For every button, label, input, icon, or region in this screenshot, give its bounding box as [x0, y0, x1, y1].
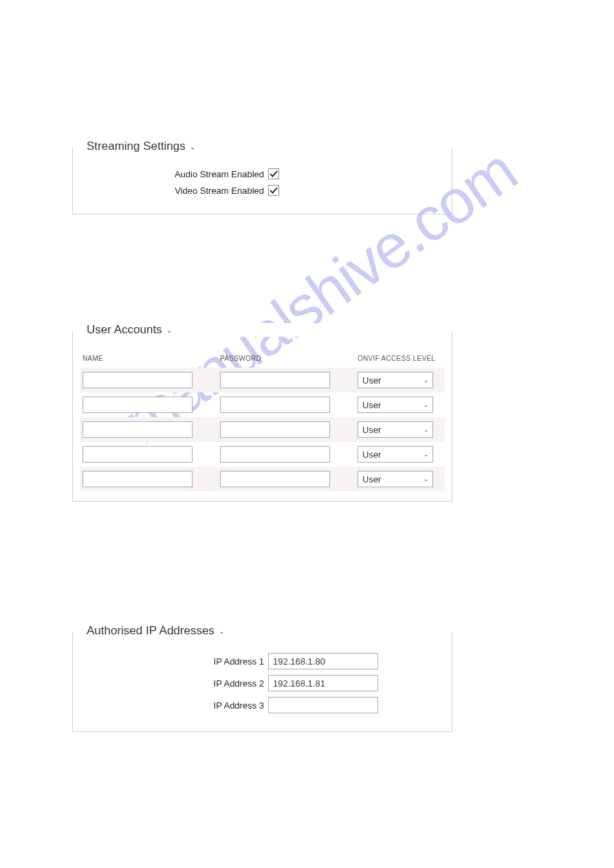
header-onvif-level: ONVIF ACCESS LEVEL	[358, 355, 445, 362]
password-input[interactable]	[220, 421, 330, 438]
onvif-level-select[interactable]: User	[358, 471, 433, 487]
chevron-down-icon: ⌄	[190, 143, 195, 151]
user-accounts-title: User Accounts ⌄	[73, 323, 176, 337]
onvif-level-select-wrap: User ⌄	[358, 372, 433, 388]
video-stream-label: Video Stream Enabled	[84, 186, 268, 196]
ip-address-row: IP Address 2	[84, 675, 441, 691]
onvif-level-select[interactable]: User	[358, 397, 433, 413]
name-input[interactable]	[83, 372, 193, 388]
user-row: User ⌄	[80, 417, 445, 442]
user-row: User ⌄	[80, 442, 445, 467]
audio-stream-row: Audio Stream Enabled	[84, 168, 441, 179]
audio-stream-label: Audio Stream Enabled	[84, 169, 268, 179]
users-title-label: User Accounts	[87, 323, 162, 337]
user-row: User ⌄	[80, 467, 445, 491]
header-name: NAME	[83, 355, 220, 362]
ip-address-row: IP Address 3	[84, 697, 441, 713]
streaming-title-label: Streaming Settings	[87, 140, 186, 153]
password-input[interactable]	[220, 471, 330, 487]
ip-address-label: IP Address 3	[84, 700, 268, 711]
password-input[interactable]	[220, 397, 330, 413]
user-accounts-header[interactable]: User Accounts ⌄	[73, 323, 452, 337]
user-row: User ⌄	[80, 392, 445, 417]
authorised-ip-title: Authorised IP Addresses ⌄	[73, 624, 228, 638]
ip-address-input[interactable]	[268, 653, 378, 669]
users-table-header: NAME PASSWORD ONVIF ACCESS LEVEL	[80, 352, 445, 368]
onvif-level-select-wrap: User ⌄	[358, 471, 433, 487]
header-password: PASSWORD	[220, 355, 358, 362]
onvif-level-select[interactable]: User	[358, 446, 433, 463]
user-accounts-body: NAME PASSWORD ONVIF ACCESS LEVEL User ⌄ …	[73, 345, 452, 501]
name-input[interactable]	[83, 446, 193, 463]
chevron-down-icon: ⌄	[166, 326, 172, 334]
onvif-level-select-wrap: User ⌄	[358, 397, 433, 413]
onvif-level-select-wrap: User ⌄	[358, 421, 433, 438]
name-input[interactable]	[83, 421, 193, 438]
video-stream-checkbox[interactable]	[268, 185, 279, 196]
streaming-settings-header[interactable]: Streaming Settings ⌄	[73, 140, 452, 153]
user-accounts-panel: User Accounts ⌄ NAME PASSWORD ONVIF ACCE…	[72, 331, 452, 502]
checkmark-icon	[270, 186, 278, 194]
authorised-ip-header[interactable]: Authorised IP Addresses ⌄	[73, 624, 452, 638]
audio-stream-checkbox[interactable]	[268, 168, 279, 179]
checkmark-icon	[270, 170, 278, 178]
ip-title-label: Authorised IP Addresses	[87, 624, 215, 638]
ip-address-input[interactable]	[268, 697, 378, 713]
streaming-settings-title: Streaming Settings ⌄	[73, 140, 199, 153]
onvif-level-select[interactable]: User	[358, 421, 433, 438]
password-input[interactable]	[220, 446, 330, 463]
streaming-settings-body: Audio Stream Enabled Video Stream Enable…	[73, 162, 452, 214]
video-stream-row: Video Stream Enabled	[84, 185, 441, 196]
authorised-ip-panel: Authorised IP Addresses ⌄ IP Address 1 I…	[72, 632, 452, 732]
password-input[interactable]	[220, 372, 330, 388]
chevron-down-icon: ⌄	[219, 627, 224, 635]
onvif-level-select-wrap: User ⌄	[358, 446, 433, 463]
ip-address-label: IP Address 1	[84, 656, 268, 667]
user-row: User ⌄	[80, 368, 445, 392]
ip-address-label: IP Address 2	[84, 678, 268, 689]
name-input[interactable]	[83, 397, 193, 413]
name-input[interactable]	[83, 471, 193, 487]
authorised-ip-body: IP Address 1 IP Address 2 IP Address 3	[73, 646, 452, 731]
ip-address-row: IP Address 1	[84, 653, 441, 669]
ip-address-input[interactable]	[268, 675, 378, 691]
streaming-settings-panel: Streaming Settings ⌄ Audio Stream Enable…	[72, 148, 452, 214]
onvif-level-select[interactable]: User	[358, 372, 433, 388]
